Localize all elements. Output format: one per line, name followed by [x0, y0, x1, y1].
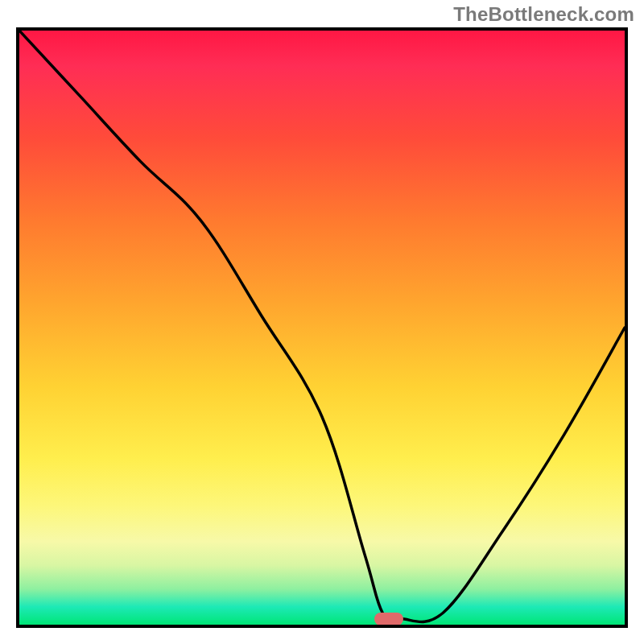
- optimum-marker: [374, 613, 403, 625]
- chart-plot-area: [16, 27, 628, 628]
- watermark-text: TheBottleneck.com: [453, 3, 634, 26]
- stage: TheBottleneck.com: [0, 0, 644, 644]
- bottleneck-curve: [19, 31, 625, 625]
